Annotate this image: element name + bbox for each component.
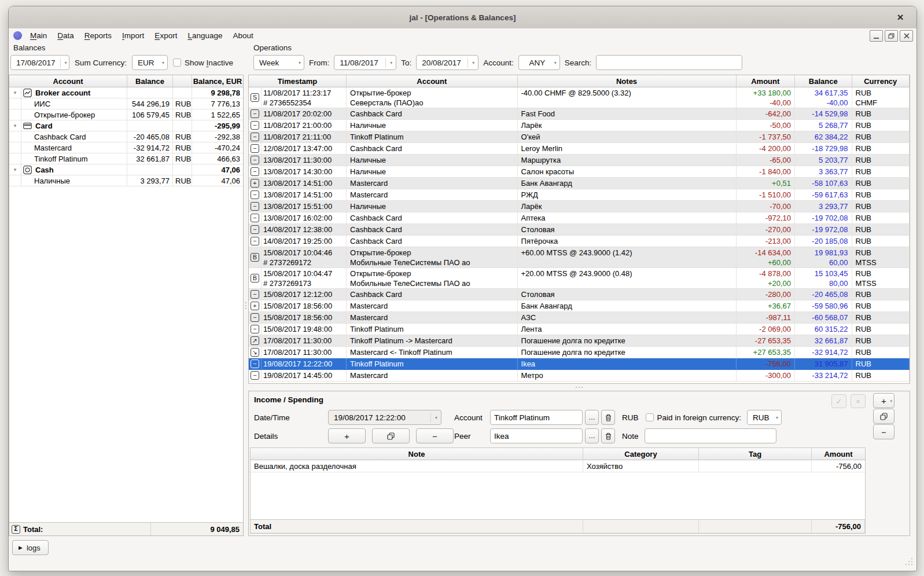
column-header-balance[interactable]: Balance	[127, 75, 173, 87]
operation-row[interactable]: −19/08/2017 14:45:00MastercardМетро-300,…	[249, 370, 910, 381]
column-header-balance-eur[interactable]: Balance, EUR	[192, 75, 243, 87]
operation-row[interactable]: B15/08/2017 10:04:46# 2737269172Открытие…	[249, 247, 910, 268]
sum-currency-select[interactable]: EUR ▾	[132, 55, 168, 70]
balance-row[interactable]: Tinkoff Platinum32 661,87RUB466,63	[9, 153, 243, 164]
menu-item-export[interactable]: Export	[149, 30, 182, 41]
menu-item-data[interactable]: Data	[52, 30, 79, 41]
peer-input[interactable]: Ikea	[490, 428, 583, 443]
column-header-notes[interactable]: Notes	[518, 75, 737, 87]
expander-icon[interactable]: ▾	[14, 167, 17, 173]
paid-foreign-checkbox[interactable]: Paid in foreign currency:	[646, 413, 742, 422]
operation-row[interactable]: −14/08/2017 12:38:00Cashback CardСтолова…	[249, 224, 910, 236]
note-input[interactable]	[645, 428, 776, 443]
resize-grip[interactable]	[905, 558, 912, 566]
apply-button[interactable]: ✓	[831, 394, 846, 408]
mdi-minimize-button[interactable]	[870, 30, 883, 42]
column-header-tag[interactable]: Tag	[699, 448, 812, 460]
operation-row[interactable]: −12/08/2017 13:47:00Cashback CardLeroy M…	[249, 143, 910, 155]
balance-row[interactable]: Mastercard-32 914,72RUB-470,24	[9, 142, 243, 153]
operation-row[interactable]: −11/08/2017 20:02:00Cashback CardFast Fo…	[249, 108, 910, 120]
menu-item-reports[interactable]: Reports	[79, 30, 117, 41]
copy-detail-button[interactable]	[372, 428, 410, 443]
balance-row[interactable]: Наличные3 293,77RUB47,06	[9, 175, 243, 186]
balance-row[interactable]: ▾Cash47,06	[9, 164, 243, 175]
expander-icon[interactable]: ▾	[14, 123, 17, 129]
account-filter-select[interactable]: ANY ▾	[518, 55, 560, 70]
column-header-currency[interactable]: Currency	[852, 75, 910, 87]
mdi-close-button[interactable]	[900, 30, 913, 42]
detail-row[interactable]: Вешалки, доска разделочнаяХозяйство-756,…	[251, 460, 865, 472]
horizontal-splitter[interactable]	[248, 384, 910, 391]
balance-row[interactable]: Cashback Card-20 465,08RUB-292,38	[9, 131, 243, 142]
window-close-icon[interactable]: ×	[893, 10, 907, 24]
column-header-timestamp[interactable]: Timestamp	[249, 75, 347, 87]
vertical-splitter[interactable]	[244, 75, 248, 536]
operation-row[interactable]: −13/08/2017 14:30:00НаличныеСалон красот…	[249, 166, 910, 178]
to-date-select[interactable]: 20/08/2017 ▾	[416, 55, 478, 70]
operation-row[interactable]: ↗17/08/2017 11:30:00Tinkoff Platinum -> …	[249, 335, 910, 347]
operation-row[interactable]: −13/08/2017 15:51:00НаличныеЛарёк-70,003…	[249, 201, 910, 212]
peer-clear-button[interactable]	[601, 428, 615, 443]
menu-item-language[interactable]: Language	[182, 30, 227, 41]
balance-row[interactable]: ▾Card-295,99	[9, 120, 243, 131]
operation-row[interactable]: −15/08/2017 12:12:00Cashback CardСтолова…	[249, 289, 910, 300]
balance-row[interactable]: ▾Broker account9 298,78	[9, 87, 243, 98]
menu-item-about[interactable]: About	[227, 30, 258, 41]
revert-button[interactable]: ×	[851, 394, 866, 408]
period-select[interactable]: Week ▾	[253, 55, 304, 70]
from-date-select[interactable]: 11/08/2017 ▾	[334, 55, 396, 70]
new-operation-button[interactable]: + ▾	[873, 393, 894, 408]
column-header-category[interactable]: Category	[583, 448, 699, 460]
operation-row[interactable]: +13/08/2017 14:51:00MastercardБанк Аванг…	[249, 178, 910, 189]
expander-icon[interactable]: ▾	[14, 90, 17, 96]
copy-operation-button[interactable]	[873, 409, 894, 424]
balances-date-select[interactable]: 17/08/2017 ▾	[10, 55, 69, 70]
operation-row[interactable]: −11/08/2017 21:00:00НаличныеЛарёк-50,005…	[249, 120, 910, 131]
account-clear-button[interactable]	[601, 410, 615, 425]
balances-table-header[interactable]: Account Balance Balance, EUR	[9, 75, 243, 87]
operation-row[interactable]: −19/08/2017 12:22:00Tinkoff PlatinumIkea…	[249, 358, 910, 370]
menu-item-import[interactable]: Import	[117, 30, 149, 41]
show-inactive-checkbox[interactable]: Show Inactive	[173, 58, 233, 67]
mdi-restore-button[interactable]	[885, 30, 898, 42]
datetime-select[interactable]: 19/08/2017 12:22:00 ▾	[328, 410, 441, 425]
operation-row[interactable]: S11/08/2017 11:23:17# 2736552354Открытие…	[249, 87, 910, 108]
remove-detail-button[interactable]: −	[416, 428, 454, 443]
operations-table-body: S11/08/2017 11:23:17# 2736552354Открытие…	[249, 87, 910, 381]
column-header-balance[interactable]: Balance	[795, 75, 852, 87]
details-table-header[interactable]: Note Category Tag Amount	[251, 448, 865, 460]
operation-row[interactable]: −14/08/2017 19:25:00Cashback CardПятёроч…	[249, 236, 910, 247]
account-input[interactable]: Tinkoff Platinum	[490, 410, 583, 425]
column-header-account[interactable]: Account	[347, 75, 517, 87]
account-picker-button[interactable]: …	[585, 410, 599, 425]
column-header-amount[interactable]: Amount	[812, 448, 865, 460]
operation-row[interactable]: −13/08/2017 16:02:00Cashback CardАптека-…	[249, 212, 910, 224]
column-header-currency[interactable]	[173, 75, 192, 87]
operation-row[interactable]: −15/08/2017 18:56:00MastercardАЗС-987,11…	[249, 312, 910, 324]
peer-picker-button[interactable]: …	[585, 428, 599, 443]
column-header-amount[interactable]: Amount	[737, 75, 795, 87]
balance-cell: 32 661,87	[127, 153, 173, 164]
add-detail-button[interactable]: +	[328, 428, 366, 443]
menu-item-main[interactable]: Main	[25, 30, 52, 41]
operation-row[interactable]: −13/08/2017 14:51:00MastercardРЖД-1 510,…	[249, 189, 910, 201]
operations-table-header[interactable]: Timestamp Account Notes Amount Balance C…	[249, 75, 910, 87]
operation-row[interactable]: B15/08/2017 10:04:47# 2737269173Открытие…	[249, 268, 910, 289]
operation-row[interactable]: −11/08/2017 21:11:00Tinkoff PlatinumО'ке…	[249, 131, 910, 143]
foreign-currency-select[interactable]: RUB ▾	[747, 410, 782, 425]
balance-row[interactable]: Открытие-брокер106 579,45RUB1 522,65	[9, 109, 243, 120]
column-header-note[interactable]: Note	[251, 448, 583, 460]
operation-row[interactable]: +15/08/2017 18:56:00MastercardБанк Аванг…	[249, 300, 910, 312]
currency-cell: RUB	[852, 370, 910, 381]
search-input[interactable]	[596, 55, 742, 70]
operation-row[interactable]: −13/08/2017 11:30:00НаличныеМаршрутка-65…	[249, 155, 910, 166]
delete-operation-button[interactable]: −	[873, 424, 894, 439]
logs-toggle-button[interactable]: ▶ logs	[12, 540, 49, 555]
balance-row[interactable]: ИИС544 296,19RUB7 776,13	[9, 98, 243, 109]
operation-row[interactable]: −15/08/2017 19:48:00Tinkoff PlatinumЛент…	[249, 324, 910, 335]
titlebar[interactable]: jal - [Operations & Balances] ×	[9, 6, 916, 29]
operation-row[interactable]: ↘17/08/2017 11:30:00Mastercard <- Tinkof…	[249, 347, 910, 358]
spend-icon: −	[251, 371, 259, 380]
details-table: Note Category Tag Amount Вешалки, доска …	[250, 447, 866, 534]
column-header-account[interactable]: Account	[9, 75, 127, 87]
